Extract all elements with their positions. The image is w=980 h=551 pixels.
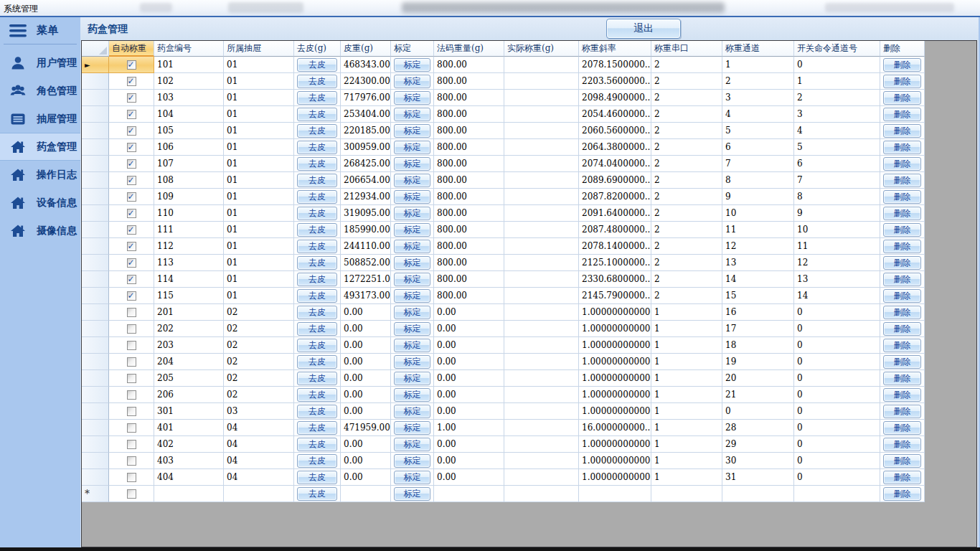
calibrate-button[interactable]: 标定 xyxy=(394,322,430,336)
cell-channel[interactable]: 9 xyxy=(722,189,794,205)
cell-box-no[interactable]: 204 xyxy=(154,354,224,370)
cell-box-no[interactable]: 105 xyxy=(154,123,224,139)
delete-button[interactable]: 删除 xyxy=(883,388,921,402)
cell-weight[interactable]: 800.00 xyxy=(434,123,504,139)
delete-button[interactable]: 删除 xyxy=(883,240,921,253)
cell-channel[interactable]: 12 xyxy=(722,238,794,255)
auto-weigh-checkbox[interactable] xyxy=(127,308,136,317)
cell-box-no[interactable]: 106 xyxy=(154,139,224,156)
cell-tare-weight[interactable]: 0.00 xyxy=(341,403,391,420)
calibrate-button[interactable]: 标定 xyxy=(394,372,430,385)
cell-slope[interactable]: 2087.4800000... xyxy=(579,222,651,238)
calibrate-button[interactable]: 标定 xyxy=(394,75,430,88)
cell-weight[interactable]: 800.00 xyxy=(434,106,504,123)
row-header[interactable] xyxy=(82,106,109,123)
row-header[interactable] xyxy=(82,453,109,469)
cell-weight[interactable]: 0.00 xyxy=(434,321,504,337)
cell-drawer[interactable]: 01 xyxy=(224,57,294,73)
cell-actual-weight[interactable] xyxy=(504,436,579,453)
cell-channel[interactable]: 7 xyxy=(722,156,794,172)
cell-serial-port[interactable] xyxy=(651,486,722,502)
cell-drawer[interactable]: 02 xyxy=(224,304,294,321)
auto-weigh-checkbox[interactable] xyxy=(127,77,136,86)
cell-switch-channel[interactable]: 0 xyxy=(794,304,880,321)
cell-actual-weight[interactable] xyxy=(504,304,579,321)
cell-switch-channel[interactable]: 0 xyxy=(794,370,880,387)
cell-tare-weight[interactable]: 253404.00 xyxy=(341,106,391,123)
delete-button[interactable]: 删除 xyxy=(883,306,921,319)
cell-serial-port[interactable]: 2 xyxy=(651,123,722,139)
auto-weigh-checkbox[interactable] xyxy=(127,275,136,284)
cell-weight[interactable] xyxy=(434,486,504,502)
cell-weight[interactable]: 800.00 xyxy=(434,73,504,90)
sidebar-item-user-management[interactable]: 用户管理 xyxy=(0,49,80,77)
cell-slope[interactable]: 2091.6400000... xyxy=(579,205,651,222)
cell-weight[interactable]: 1.00 xyxy=(434,420,504,436)
calibrate-button[interactable]: 标定 xyxy=(394,454,430,468)
select-all-cell[interactable] xyxy=(82,41,109,57)
calibrate-button[interactable]: 标定 xyxy=(394,223,430,237)
cell-slope[interactable]: 1.0000000000000 xyxy=(579,403,651,420)
cell-weight[interactable]: 800.00 xyxy=(434,238,504,255)
cell-slope[interactable]: 2054.4600000... xyxy=(579,106,651,123)
tare-button[interactable]: 去皮 xyxy=(297,289,337,303)
cell-slope[interactable]: 1.0000000000000 xyxy=(579,304,651,321)
cell-drawer[interactable]: 01 xyxy=(224,255,294,271)
cell-drawer[interactable]: 03 xyxy=(224,403,294,420)
column-header-channel[interactable]: 称重通道 xyxy=(722,41,794,57)
row-header[interactable] xyxy=(82,73,109,90)
cell-actual-weight[interactable] xyxy=(504,106,579,123)
cell-channel[interactable]: 5 xyxy=(722,123,794,139)
column-header-tare_weight[interactable]: 皮重(g) xyxy=(341,41,391,57)
cell-tare-weight[interactable]: 0.00 xyxy=(341,304,391,321)
cell-switch-channel[interactable]: 0 xyxy=(794,469,880,486)
tare-button[interactable]: 去皮 xyxy=(297,388,337,402)
cell-serial-port[interactable]: 1 xyxy=(651,453,722,469)
column-header-slope[interactable]: 称重斜率 xyxy=(579,41,651,57)
delete-button[interactable]: 删除 xyxy=(883,124,921,138)
cell-channel[interactable]: 10 xyxy=(722,205,794,222)
auto-weigh-checkbox[interactable] xyxy=(127,258,136,268)
sidebar-item-drawer-management[interactable]: 抽屉管理 xyxy=(0,105,80,133)
auto-weigh-checkbox[interactable] xyxy=(127,456,136,466)
cell-channel[interactable]: 20 xyxy=(722,370,794,387)
cell-actual-weight[interactable] xyxy=(504,189,579,205)
cell-serial-port[interactable]: 1 xyxy=(651,304,722,321)
calibrate-button[interactable]: 标定 xyxy=(394,388,430,402)
cell-slope[interactable]: 2078.1400000... xyxy=(579,238,651,255)
cell-channel[interactable]: 6 xyxy=(722,139,794,156)
cell-weight[interactable]: 800.00 xyxy=(434,57,504,73)
calibrate-button[interactable]: 标定 xyxy=(394,421,430,435)
cell-slope[interactable] xyxy=(579,486,651,502)
cell-box-no[interactable]: 110 xyxy=(154,205,224,222)
cell-drawer[interactable]: 02 xyxy=(224,321,294,337)
cell-actual-weight[interactable] xyxy=(504,238,579,255)
cell-serial-port[interactable]: 1 xyxy=(651,387,722,403)
delete-button[interactable]: 删除 xyxy=(883,487,921,501)
cell-switch-channel[interactable]: 2 xyxy=(794,90,880,106)
cell-channel[interactable]: 15 xyxy=(722,288,794,304)
cell-tare-weight[interactable]: 468343.00 xyxy=(341,57,391,73)
cell-serial-port[interactable]: 2 xyxy=(651,271,722,288)
exit-button[interactable]: 退出 xyxy=(606,19,681,39)
cell-channel[interactable]: 31 xyxy=(722,469,794,486)
cell-drawer[interactable]: 01 xyxy=(224,205,294,222)
tare-button[interactable]: 去皮 xyxy=(297,454,337,468)
sidebar-item-camera-info[interactable]: 摄像信息 xyxy=(0,217,80,245)
cell-weight[interactable]: 800.00 xyxy=(434,90,504,106)
cell-switch-channel[interactable]: 4 xyxy=(794,123,880,139)
delete-button[interactable]: 删除 xyxy=(883,75,921,88)
cell-slope[interactable]: 2089.6900000... xyxy=(579,172,651,189)
cell-weight[interactable]: 0.00 xyxy=(434,354,504,370)
auto-weigh-checkbox[interactable] xyxy=(127,407,136,416)
cell-serial-port[interactable]: 1 xyxy=(651,370,722,387)
cell-tare-weight[interactable]: 0.00 xyxy=(341,469,391,486)
cell-actual-weight[interactable] xyxy=(504,354,579,370)
cell-box-no[interactable]: 114 xyxy=(154,271,224,288)
cell-drawer[interactable]: 01 xyxy=(224,288,294,304)
delete-button[interactable]: 删除 xyxy=(883,207,921,220)
auto-weigh-checkbox[interactable] xyxy=(127,390,136,400)
cell-weight[interactable]: 0.00 xyxy=(434,370,504,387)
cell-box-no[interactable]: 401 xyxy=(154,420,224,436)
cell-actual-weight[interactable] xyxy=(504,205,579,222)
